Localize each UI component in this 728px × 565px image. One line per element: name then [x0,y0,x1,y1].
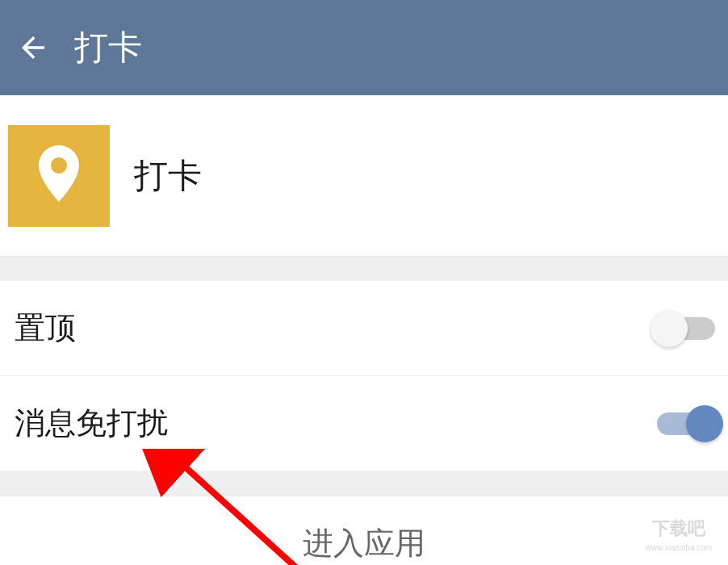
header-bar: 打卡 [0,0,728,95]
pin-top-toggle[interactable] [657,317,715,340]
app-info-section: 打卡 [0,95,728,257]
location-pin-icon [35,145,83,206]
pin-top-label: 置顶 [15,308,76,349]
do-not-disturb-toggle[interactable] [657,412,715,435]
enter-app-label: 进入应用 [303,523,425,564]
toggle-knob [651,310,688,347]
do-not-disturb-label: 消息免打扰 [15,403,168,444]
arrow-left-icon [16,31,50,65]
do-not-disturb-row: 消息免打扰 [0,376,728,471]
section-divider [0,471,728,496]
app-name-label: 打卡 [134,153,202,199]
app-icon-container [8,125,110,227]
pin-top-row: 置顶 [0,281,728,376]
back-button[interactable] [16,31,50,65]
page-title: 打卡 [74,25,142,70]
enter-app-button[interactable]: 进入应用 [0,496,728,565]
toggle-knob [686,405,723,442]
